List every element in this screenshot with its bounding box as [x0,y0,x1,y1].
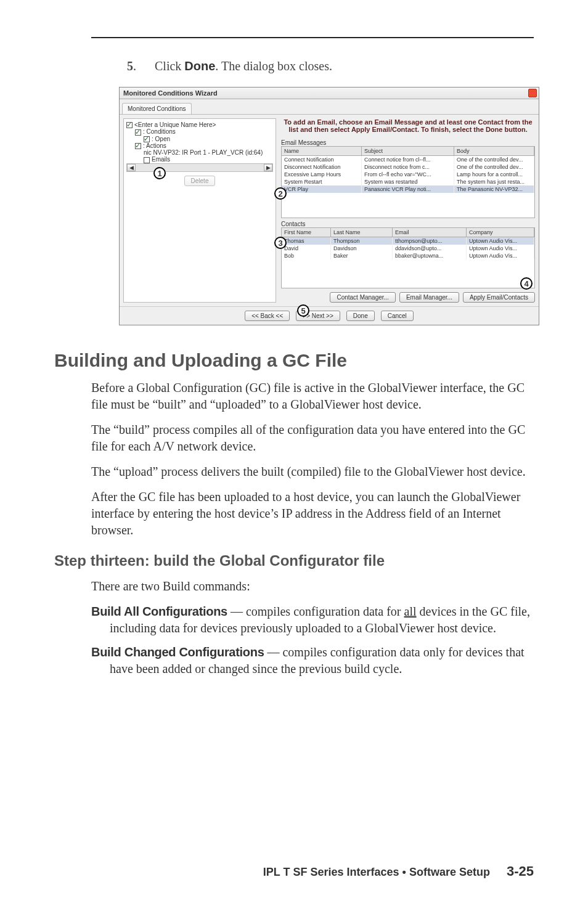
horizontal-scrollbar[interactable]: ◀ ▶ [126,163,273,172]
callout-5: 5 [297,304,309,317]
table-row: Disconnect NotificationDisconnect notice… [282,163,534,171]
close-icon[interactable] [528,89,537,97]
top-rule [91,37,534,38]
done-button[interactable]: Done [346,311,375,321]
col-name: Name [282,147,362,155]
table-row-selected: VCR PlayPanasonic VCR Play noti...The Pa… [282,185,534,193]
col-email: Email [393,228,467,237]
step-text-b: . The dialog box closes. [215,59,332,73]
conditions-tree[interactable]: <Enter a Unique Name Here> : Conditions … [123,118,276,303]
scroll-right-icon[interactable]: ▶ [264,164,272,171]
step-bold-word: Done [184,59,215,73]
dialog-title: Monitored Conditions Wizard [123,89,218,97]
table-row: Connect NotificationConnect notice from … [282,156,534,163]
tab-monitored-conditions[interactable]: Monitored Conditions [122,103,192,114]
col-body: Body [454,147,534,155]
callout-2: 2 [274,187,287,200]
step-line: 5. Click Done. The dialog box closes. [127,59,534,73]
callout-3: 3 [274,237,287,249]
dialog-tabs: Monitored Conditions [120,99,539,115]
col-lastname: Last Name [331,228,393,237]
table-row: System RestartSystem was restartedThe sy… [282,178,534,185]
email-messages-grid[interactable]: Name Subject Body Connect NotificationCo… [281,146,535,218]
back-button[interactable]: << Back << [245,311,290,321]
body-paragraph: The “build” process compiles all of the … [91,422,534,455]
contacts-label: Contacts [281,221,535,227]
checkbox-icon [144,136,150,142]
cancel-button[interactable]: Cancel [381,311,414,321]
step-text-a: Click [155,59,184,73]
email-manager-button[interactable]: Email Manager... [399,292,459,303]
email-messages-label: Email Messages [281,139,535,146]
col-company: Company [467,228,534,237]
page-number: 3-25 [507,863,534,879]
table-row: DavidDavidsonddavidson@upto...Uptown Aud… [282,245,534,252]
callout-4: 4 [520,277,533,290]
dialog-titlebar: Monitored Conditions Wizard [120,88,539,99]
contacts-grid[interactable]: First Name Last Name Email Company Thoma… [281,227,535,288]
definition-build-changed: Build Changed Configurations — compiles … [91,644,534,677]
body-paragraph: The “upload” process delivers the built … [91,463,534,480]
body-paragraph: Before a Global Configuration (GC) file … [91,380,534,413]
checkbox-icon [126,122,133,128]
scroll-left-icon[interactable]: ◀ [127,164,136,171]
body-paragraph: There are two Build commands: [91,578,534,595]
heading-building-uploading: Building and Uploading a GC File [54,350,534,371]
checkbox-icon [135,143,141,149]
col-subject: Subject [362,147,454,155]
wizard-dialog: Monitored Conditions Wizard Monitored Co… [119,87,539,325]
checkbox-icon [135,129,141,136]
table-row: Excessive Lamp HoursFrom cl--fl echo var… [282,171,534,178]
step-number: 5 [127,59,133,73]
table-row: BobBakerbbaker@uptowna...Uptown Audio Vi… [282,252,534,259]
page-footer: IPL T SF Series Interfaces • Software Se… [263,863,534,879]
underlined-all: all [404,605,417,618]
checkbox-icon [144,157,150,163]
definition-build-all: Build All Configurations — compiles conf… [91,603,534,637]
term-build-changed: Build Changed Configurations [91,645,264,659]
apply-email-contacts-button[interactable]: Apply Email/Contacts [463,292,535,303]
footer-text: IPL T SF Series Interfaces • Software Se… [263,866,490,878]
heading-step-thirteen: Step thirteen: build the Global Configur… [54,552,534,569]
dialog-instructions: To add an Email, choose an Email Message… [281,118,535,133]
contact-manager-button[interactable]: Contact Manager... [330,292,396,303]
term-build-all: Build All Configurations [91,605,227,618]
col-firstname: First Name [282,228,331,237]
delete-button: Delete [184,176,216,186]
body-paragraph: After the GC file has been uploaded to a… [91,489,534,539]
callout-1: 1 [153,167,166,179]
table-row-selected: ThomasThompsontthompson@upto...Uptown Au… [282,237,534,245]
